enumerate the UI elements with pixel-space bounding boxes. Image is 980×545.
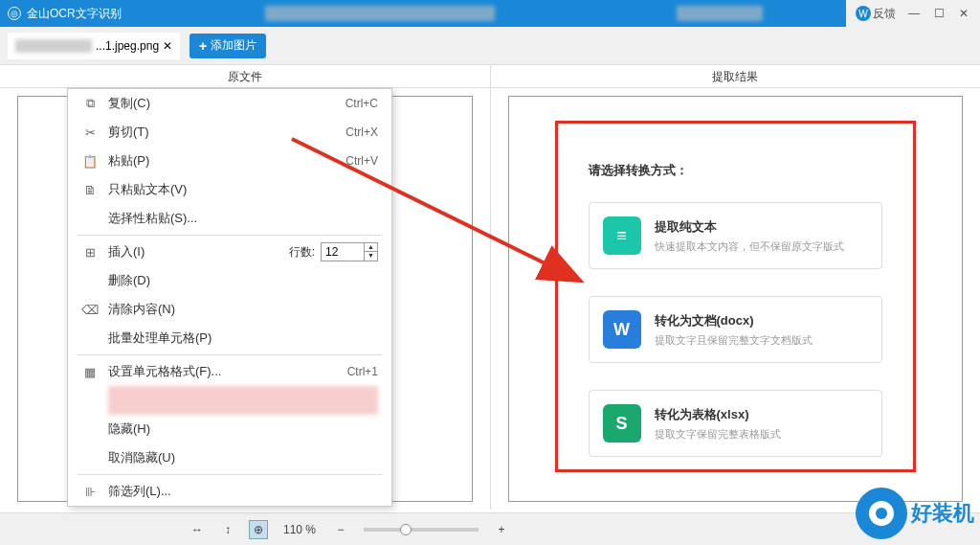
window-controls: W 反馈 — ☐ ✕ [846,0,980,27]
menu-hide[interactable]: 隐藏(H) [68,415,391,443]
plus-icon: + [199,38,207,54]
minimize-button[interactable]: — [907,7,921,20]
paste-icon: 📋 [81,152,99,170]
insert-icon: ⊞ [81,243,99,261]
option-card-docx[interactable]: W 转化为文档(docx) 提取文字且保留完整文字文档版式 [589,296,883,363]
tab-filename: ...1.jpeg.png [96,39,159,53]
option-title: 转化为文档(docx) [655,312,813,329]
filter-icon: ⊪ [81,483,99,500]
left-column-header: 原文件 [0,65,491,87]
fit-vertical-icon[interactable]: ↕ [218,520,237,539]
result-heading: 请选择转换方式： [589,162,883,179]
file-tab[interactable]: ...1.jpeg.png ✕ [8,33,180,59]
result-panel: 请选择转换方式： ≡ 提取纯文本 快速提取本文内容，但不保留原文字版式 W 转化… [491,88,981,510]
format-icon: ▦ [81,363,99,380]
blurred-highlighted-item [108,386,378,415]
menu-label: 隐藏(H) [108,420,150,438]
menu-label: 设置单元格格式(F)... [108,363,221,380]
option-title: 提取纯文本 [655,218,844,236]
maximize-button[interactable]: ☐ [932,7,946,20]
fit-page-icon[interactable]: ⊕ [249,520,268,539]
menu-paste-text[interactable]: 🗎 只粘贴文本(V) [68,175,391,204]
menu-label: 选择性粘贴(S)... [108,210,197,227]
clear-icon: ⌫ [81,301,99,318]
menu-label: 剪切(T) [108,124,149,141]
close-button[interactable]: ✕ [957,7,970,20]
feedback-label: 反馈 [873,6,896,22]
paste-text-icon: 🗎 [81,181,99,198]
zoom-out-button[interactable]: − [331,520,350,539]
fit-horizontal-icon[interactable]: ↔ [188,520,207,539]
toolbar: ...1.jpeg.png ✕ + 添加图片 [0,27,980,65]
option-desc: 快速提取本文内容，但不保留原文字版式 [655,239,844,254]
watermark-logo-icon [856,488,907,539]
status-bar: ↔ ↕ ⊕ 110 % − + [0,512,980,545]
xlsx-icon: S [603,404,641,443]
app-logo-icon: ◎ [8,7,21,20]
watermark: 好装机 [856,488,974,539]
blurred-region [15,39,92,53]
menu-label: 粘贴(P) [108,152,149,170]
menu-label: 清除内容(N) [108,301,175,318]
title-bar: ◎ 金山OCR文字识别 W 反馈 — ☐ ✕ [0,0,980,27]
result-canvas: 请选择转换方式： ≡ 提取纯文本 快速提取本文内容，但不保留原文字版式 W 转化… [508,96,964,502]
menu-copy[interactable]: ⧉ 复制(C) Ctrl+C [68,89,391,118]
right-column-header: 提取结果 [491,65,981,87]
rows-input[interactable] [321,242,365,261]
blurred-region [677,6,763,21]
add-image-label: 添加图片 [211,37,256,54]
menu-label: 插入(I) [108,243,145,261]
rows-spinner[interactable]: ▲▼ [365,242,378,261]
tab-close-icon[interactable]: ✕ [163,39,172,53]
menu-label: 取消隐藏(U) [108,449,175,466]
menu-paste[interactable]: 📋 粘贴(P) Ctrl+V [68,147,391,175]
option-card-text[interactable]: ≡ 提取纯文本 快速提取本文内容，但不保留原文字版式 [589,202,883,269]
shortcut-label: Ctrl+V [345,154,378,168]
watermark-text: 好装机 [911,499,974,528]
menu-unhide[interactable]: 取消隐藏(U) [68,443,391,472]
shortcut-label: Ctrl+X [345,125,378,139]
feedback-icon: W [856,6,871,21]
menu-separator [78,474,382,475]
menu-label: 删除(D) [108,272,150,289]
copy-icon: ⧉ [81,95,99,112]
option-title: 转化为表格(xlsx) [655,406,781,423]
rows-label: 行数: [289,244,315,261]
blurred-region [265,6,495,21]
cut-icon: ✂ [81,124,99,141]
menu-insert[interactable]: ⊞ 插入(I) 行数: ▲▼ [68,238,391,266]
app-title: 金山OCR文字识别 [27,6,122,22]
docx-icon: W [603,310,641,349]
shortcut-label: Ctrl+1 [347,365,378,378]
context-menu: ⧉ 复制(C) Ctrl+C ✂ 剪切(T) Ctrl+X 📋 粘贴(P) Ct… [67,88,392,507]
add-image-button[interactable]: + 添加图片 [189,34,266,58]
source-panel: ⧉ 复制(C) Ctrl+C ✂ 剪切(T) Ctrl+X 📋 粘贴(P) Ct… [0,88,491,510]
text-icon: ≡ [603,216,641,255]
shortcut-label: Ctrl+C [345,97,378,110]
option-desc: 提取文字且保留完整文字文档版式 [655,333,813,348]
menu-separator [78,354,382,355]
menu-batch[interactable]: 批量处理单元格(P) [68,324,391,352]
zoom-in-button[interactable]: + [492,520,511,539]
zoom-level: 110 % [283,523,316,536]
zoom-slider[interactable] [364,528,479,532]
main-area: ⧉ 复制(C) Ctrl+C ✂ 剪切(T) Ctrl+X 📋 粘贴(P) Ct… [0,88,980,510]
menu-label: 只粘贴文本(V) [108,181,187,198]
column-headers: 原文件 提取结果 [0,65,980,88]
menu-clear[interactable]: ⌫ 清除内容(N) [68,295,391,324]
menu-filter[interactable]: ⊪ 筛选列(L)... [68,477,391,506]
menu-label: 批量处理单元格(P) [108,329,212,347]
menu-format[interactable]: ▦ 设置单元格格式(F)... Ctrl+1 [68,357,391,386]
feedback-button[interactable]: W 反馈 [856,6,896,22]
option-desc: 提取文字保留完整表格版式 [655,427,781,442]
menu-label: 筛选列(L)... [108,483,171,500]
menu-delete[interactable]: 删除(D) [68,266,391,295]
menu-label: 复制(C) [108,95,150,112]
menu-cut[interactable]: ✂ 剪切(T) Ctrl+X [68,118,391,147]
menu-separator [78,235,382,236]
menu-paste-special[interactable]: 选择性粘贴(S)... [68,204,391,233]
result-highlight-box: 请选择转换方式： ≡ 提取纯文本 快速提取本文内容，但不保留原文字版式 W 转化… [555,121,917,472]
zoom-thumb[interactable] [400,524,412,535]
option-card-xlsx[interactable]: S 转化为表格(xlsx) 提取文字保留完整表格版式 [589,390,883,457]
